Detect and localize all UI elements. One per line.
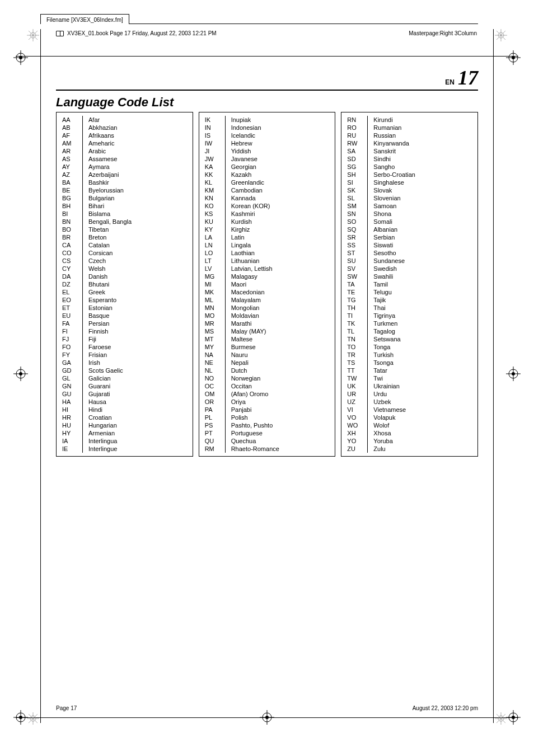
language-code: TA (341, 280, 367, 288)
language-row: TETelugu (341, 288, 477, 296)
language-row: CACatalan (57, 241, 193, 249)
language-row: SISinghalese (341, 179, 477, 186)
language-name: Panjabi (225, 406, 335, 414)
language-row: GUGujarati (57, 390, 193, 398)
language-row: MYBurmese (199, 343, 335, 351)
language-code: RM (199, 445, 225, 453)
language-row: THThai (341, 304, 477, 312)
language-row: TSTsonga (341, 359, 477, 367)
language-column: AAAfarABAbkhazianAFAfrikaansAMAmeharicAR… (56, 112, 193, 457)
crop-line (40, 29, 41, 723)
language-row: SNShona (341, 210, 477, 218)
language-code: LV (199, 265, 225, 273)
language-code: SN (341, 210, 367, 218)
language-name: Thai (367, 304, 477, 312)
language-code: TI (341, 312, 367, 320)
language-code: NA (199, 351, 225, 359)
filename-label: Filename [XV3EX_06Index.fm] (40, 14, 129, 24)
language-row: SWSwahili (341, 273, 477, 280)
masterpage-label: Masterpage:Right 3Column (407, 30, 478, 36)
language-name: Yiddish (225, 147, 335, 155)
language-code: AB (57, 124, 82, 132)
language-row: BRBreton (57, 233, 193, 241)
language-code: LN (199, 241, 225, 249)
language-row: TOTonga (341, 343, 477, 351)
language-code: IK (199, 116, 225, 124)
language-name: Bihari (82, 202, 193, 210)
language-row: FJFiji (57, 335, 193, 343)
language-row: LTLithuanian (199, 257, 335, 265)
language-name: Inupiak (225, 116, 335, 124)
language-row: BEByelorussian (57, 186, 193, 194)
bookline: XV3EX_01.book Page 17 Friday, August 22,… (56, 30, 478, 36)
language-name: Swahili (367, 273, 477, 280)
language-code: TL (341, 327, 367, 335)
language-code: LT (199, 257, 225, 265)
language-row: ARArabic (57, 147, 193, 155)
language-code: GD (57, 367, 82, 374)
language-code: XH (341, 429, 367, 437)
language-name: Aymara (82, 163, 193, 171)
language-code: AY (57, 163, 82, 171)
language-name: Kannada (225, 194, 335, 202)
language-name: Gujarati (82, 390, 193, 398)
language-name: Quechua (225, 437, 335, 445)
language-name: Abkhazian (82, 124, 193, 132)
language-code: WO (341, 421, 367, 429)
language-row: KAGeorgian (199, 163, 335, 171)
language-name: Czech (82, 257, 193, 265)
language-code: SU (341, 257, 367, 265)
language-name: Malay (MAY) (225, 327, 335, 335)
language-row: INIndonesian (199, 124, 335, 132)
language-row: LVLatvian, Lettish (199, 265, 335, 273)
book-icon (56, 31, 64, 36)
language-code: TO (341, 343, 367, 351)
language-name: Ameharic (82, 139, 193, 147)
language-code: PL (199, 414, 225, 421)
language-row: FIFinnish (57, 327, 193, 335)
language-row: KKKazakh (199, 171, 335, 179)
language-code: HI (57, 406, 82, 414)
language-row: SVSwedish (341, 265, 477, 273)
language-code: JI (199, 147, 225, 155)
language-name: Vietnamese (367, 406, 477, 414)
language-code: HA (57, 398, 82, 406)
language-row: KYKirghiz (199, 226, 335, 233)
language-row: TRTurkish (341, 351, 477, 359)
language-name: Kirundi (367, 116, 477, 124)
registration-mark-icon (506, 50, 521, 65)
language-row: ASAssamese (57, 155, 193, 163)
registration-mark-icon (13, 50, 28, 65)
language-code: VO (341, 414, 367, 421)
language-name: Swedish (367, 265, 477, 273)
language-code: CA (57, 241, 82, 249)
language-row: NONorwegian (199, 374, 335, 382)
language-code: BH (57, 202, 82, 210)
language-name: Fiji (82, 335, 193, 343)
language-row: MNMongolian (199, 304, 335, 312)
language-name: Albanian (367, 226, 477, 233)
language-row: JIYiddish (199, 147, 335, 155)
language-code: HR (57, 414, 82, 421)
language-row: MIMaori (199, 280, 335, 288)
language-name: Maltese (225, 335, 335, 343)
language-row: SLSlovenian (341, 194, 477, 202)
language-row: BABashkir (57, 179, 193, 186)
language-name: Byelorussian (82, 186, 193, 194)
language-name: Javanese (225, 155, 335, 163)
language-name: Singhalese (367, 179, 477, 186)
language-code: TE (341, 288, 367, 296)
language-row: TNSetswana (341, 335, 477, 343)
language-row: ELGreek (57, 288, 193, 296)
language-name: Tibetan (82, 226, 193, 233)
language-name: Bengali, Bangla (82, 218, 193, 226)
page-number: 17 (458, 66, 478, 90)
registration-mark-icon (506, 367, 521, 381)
language-name: Polish (225, 414, 335, 421)
language-code: MS (199, 327, 225, 335)
language-code: SR (341, 233, 367, 241)
language-name: Assamese (82, 155, 193, 163)
language-code: FY (57, 351, 82, 359)
language-code: BG (57, 194, 82, 202)
language-row: KSKashmiri (199, 210, 335, 218)
